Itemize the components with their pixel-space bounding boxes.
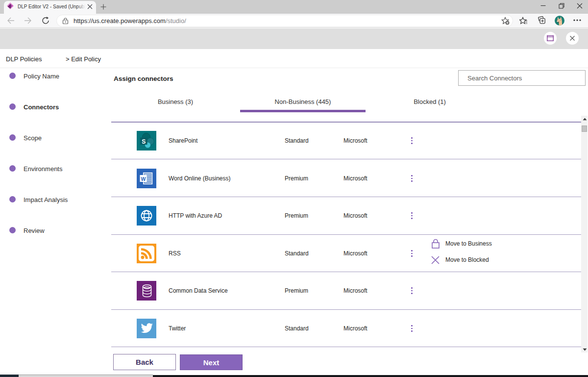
svg-text:W: W [141, 176, 146, 182]
svg-text:S: S [142, 138, 146, 145]
